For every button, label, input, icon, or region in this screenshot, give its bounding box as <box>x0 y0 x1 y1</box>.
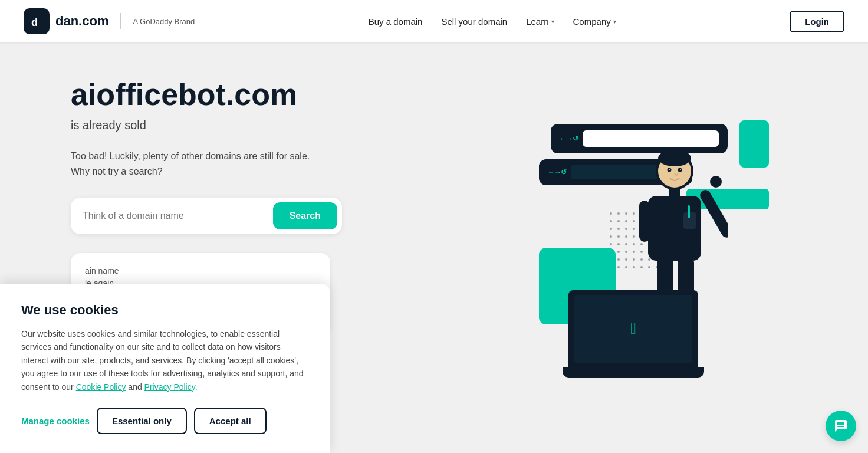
cookie-banner: We use cookies Our website uses cookies … <box>0 284 330 453</box>
cookie-title: We use cookies <box>21 303 309 318</box>
nav-sell-domain[interactable]: Sell your domain <box>441 17 507 27</box>
svg-point-20 <box>669 169 670 170</box>
company-chevron-icon: ▾ <box>613 18 616 25</box>
svg-point-17 <box>658 150 691 166</box>
essential-only-button[interactable]: Essential only <box>97 408 187 434</box>
cookie-body: Our website uses cookies and similar tec… <box>21 327 309 393</box>
logo-text: dan.com <box>55 14 108 29</box>
accept-all-button[interactable]: Accept all <box>194 408 267 434</box>
svg-rect-9 <box>639 201 650 242</box>
svg-rect-11 <box>688 205 690 218</box>
domain-title: aiofficebot.com <box>71 78 399 111</box>
search-button[interactable]: Search <box>273 202 337 229</box>
svg-point-18 <box>668 168 672 172</box>
hero-description: Too bad! Luckily, plenty of other domain… <box>71 149 330 179</box>
laptop-base <box>563 367 704 378</box>
already-sold-label: is already sold <box>71 119 399 132</box>
learn-chevron-icon: ▾ <box>551 18 554 25</box>
chat-icon <box>834 419 848 433</box>
navbar: d dan.com A GoDaddy Brand Buy a domain S… <box>0 0 868 42</box>
manage-cookies-button[interactable]: Manage cookies <box>21 416 90 426</box>
logo-wrap[interactable]: d dan.com <box>24 8 108 34</box>
svg-rect-7 <box>698 188 728 239</box>
dan-logo-icon: d <box>24 8 50 34</box>
illustration: // Will be rendered by JS below ←→↺ ←→↺ <box>527 112 775 383</box>
nav-left: d dan.com A GoDaddy Brand <box>24 8 195 34</box>
nav-buy-domain[interactable]: Buy a domain <box>369 17 423 27</box>
nav-learn[interactable]: Learn ▾ <box>526 17 554 27</box>
apple-logo-icon:  <box>630 319 636 338</box>
svg-point-19 <box>678 168 682 172</box>
godaddy-label: A GoDaddy Brand <box>133 17 195 26</box>
cookie-policy-link[interactable]: Cookie Policy <box>76 382 126 392</box>
search-box: Search <box>71 198 342 234</box>
svg-point-21 <box>680 169 681 170</box>
logo-divider <box>120 13 121 29</box>
search-input[interactable] <box>83 211 273 221</box>
nav-company[interactable]: Company ▾ <box>573 17 616 27</box>
browser-nav-icons: ←→↺ <box>560 134 578 143</box>
cookie-buttons: Manage cookies Essential only Accept all <box>21 408 309 434</box>
nav-links: Buy a domain Sell your domain Learn ▾ Co… <box>369 17 616 27</box>
teal-accent-1 <box>739 120 769 168</box>
laptop-screen-inner:  <box>574 295 692 363</box>
svg-text:d: d <box>31 17 38 28</box>
chat-bubble-button[interactable] <box>826 411 856 441</box>
svg-point-8 <box>710 176 722 188</box>
privacy-policy-link[interactable]: Privacy Policy <box>144 382 195 392</box>
browser-nav-icons-2: ←→↺ <box>548 168 566 176</box>
content-right: // Will be rendered by JS below ←→↺ ←→↺ <box>434 42 868 453</box>
login-button[interactable]: Login <box>790 11 844 32</box>
laptop-screen:  <box>568 290 698 367</box>
